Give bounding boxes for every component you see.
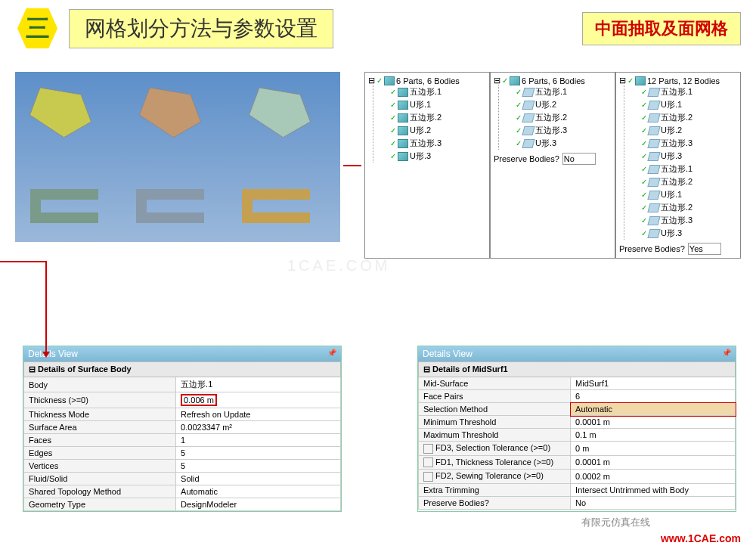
- preserve-label: Preserve Bodies?: [619, 244, 685, 253]
- property-value[interactable]: 五边形.1: [176, 377, 341, 392]
- tree-item[interactable]: ✓五边形.3: [641, 137, 737, 150]
- details-view-surface-body[interactable]: Details View📌 ⊟ Details of Surface BodyB…: [23, 346, 342, 512]
- tree-item[interactable]: ✓U形.1: [641, 188, 737, 201]
- tree-item[interactable]: ✓U形.2: [390, 124, 486, 137]
- property-key: Thickness Mode: [24, 408, 176, 421]
- property-value[interactable]: 0.006 m: [176, 392, 341, 408]
- property-key: Minimum Threshold: [419, 416, 571, 429]
- preserve-input[interactable]: [688, 243, 721, 255]
- property-value[interactable]: Intersect Untrimmed with Body: [571, 483, 736, 496]
- property-key: Mid-Surface: [419, 377, 571, 390]
- property-value[interactable]: Solid: [176, 473, 341, 485]
- outline-tree-3[interactable]: ⊟✓12 Parts, 12 Bodies ✓五边形.1✓U形.1✓五边形.2✓…: [615, 72, 741, 259]
- property-value[interactable]: 0.0002 m: [571, 470, 736, 484]
- property-key: Surface Area: [24, 421, 176, 434]
- property-key: Vertices: [24, 460, 176, 473]
- property-value[interactable]: Automatic: [176, 485, 341, 498]
- property-value[interactable]: No: [571, 496, 736, 509]
- property-value[interactable]: 0 m: [571, 442, 736, 456]
- property-value[interactable]: 5: [176, 447, 341, 460]
- watermark-center: 1CAE.COM: [287, 257, 390, 274]
- tree-item[interactable]: ✓五边形.1: [516, 85, 612, 98]
- arrow-down-icon: [45, 261, 47, 355]
- property-key: Edges: [24, 447, 176, 460]
- tree-item[interactable]: ✓五边形.2: [641, 111, 737, 124]
- tree-item[interactable]: ✓五边形.3: [641, 214, 737, 227]
- tree-item[interactable]: ✓五边形.2: [641, 175, 737, 188]
- property-value[interactable]: Automatic: [571, 403, 736, 416]
- property-key: Fluid/Solid: [24, 473, 176, 485]
- property-value[interactable]: 0.0023347 m²: [176, 421, 341, 434]
- tree-item[interactable]: ✓U形.1: [390, 98, 486, 111]
- svg-marker-1: [140, 88, 201, 138]
- property-key: Geometry Type: [24, 498, 176, 511]
- property-key: Preserve Bodies?: [419, 496, 571, 509]
- property-value[interactable]: DesignModeler: [176, 498, 341, 511]
- section-number-hex: 三: [15, 6, 60, 51]
- property-value[interactable]: Refresh on Update: [176, 408, 341, 421]
- tree-item[interactable]: ✓五边形.2: [516, 111, 612, 124]
- arrow-icon: [343, 165, 361, 166]
- property-key: Shared Topology Method: [24, 485, 176, 498]
- property-value[interactable]: 0.0001 m: [571, 416, 736, 429]
- tree-item[interactable]: ✓五边形.1: [641, 163, 737, 175]
- tree-item[interactable]: ✓五边形.2: [641, 201, 737, 214]
- property-value[interactable]: 1: [176, 434, 341, 447]
- property-key: FD2, Sewing Tolerance (>=0): [419, 470, 571, 484]
- property-key: Thickness (>=0): [24, 392, 176, 408]
- tree-item[interactable]: ✓五边形.1: [641, 85, 737, 98]
- property-key: Maximum Threshold: [419, 429, 571, 442]
- property-key: FD3, Selection Tolerance (>=0): [419, 442, 571, 456]
- outline-tree-1[interactable]: ⊟✓6 Parts, 6 Bodies ✓五边形.1✓U形.1✓五边形.2✓U形…: [364, 72, 490, 259]
- outline-tree-2[interactable]: ⊟✓6 Parts, 6 Bodies ✓五边形.1✓U形.2✓五边形.2✓五边…: [490, 72, 615, 259]
- tree-item[interactable]: ✓U形.3: [641, 150, 737, 163]
- geometry-viewport[interactable]: [15, 72, 340, 242]
- pin-icon[interactable]: 📌: [722, 349, 731, 359]
- property-key: Extra Trimming: [419, 483, 571, 496]
- preserve-label: Preserve Bodies?: [494, 154, 559, 163]
- property-value[interactable]: 0.0001 m: [571, 455, 736, 470]
- property-value[interactable]: MidSurf1: [571, 377, 736, 390]
- svg-marker-0: [30, 88, 91, 138]
- property-key: Body: [24, 377, 176, 392]
- tree-item[interactable]: ✓五边形.1: [390, 85, 486, 98]
- property-key: FD1, Thickness Tolerance (>=0): [419, 455, 571, 470]
- property-value[interactable]: 6: [571, 390, 736, 403]
- property-value[interactable]: 0.1 m: [571, 429, 736, 442]
- property-value[interactable]: 5: [176, 460, 341, 473]
- tree-item[interactable]: ✓五边形.3: [516, 124, 612, 137]
- tree-item[interactable]: ✓U形.3: [641, 227, 737, 240]
- section-title: 网格划分方法与参数设置: [69, 9, 333, 48]
- property-key: Selection Method: [419, 403, 571, 416]
- pin-icon[interactable]: 📌: [327, 349, 336, 359]
- details-view-midsurf[interactable]: Details View📌 ⊟ Details of MidSurf1Mid-S…: [417, 346, 736, 512]
- tree-item[interactable]: ✓五边形.3: [390, 137, 486, 150]
- tree-item[interactable]: ✓U形.1: [641, 98, 737, 111]
- tree-item[interactable]: ✓U形.3: [516, 137, 612, 150]
- tree-item[interactable]: ✓U形.2: [516, 98, 612, 111]
- tree-item[interactable]: ✓五边形.2: [390, 111, 486, 124]
- tree-item[interactable]: ✓U形.2: [641, 124, 737, 137]
- preserve-input[interactable]: [562, 153, 596, 165]
- property-key: Faces: [24, 434, 176, 447]
- tree-item[interactable]: ✓U形.3: [390, 150, 486, 163]
- svg-marker-2: [249, 88, 311, 138]
- section-subtitle: 中面抽取及面网格: [582, 12, 741, 45]
- property-key: Face Pairs: [419, 390, 571, 403]
